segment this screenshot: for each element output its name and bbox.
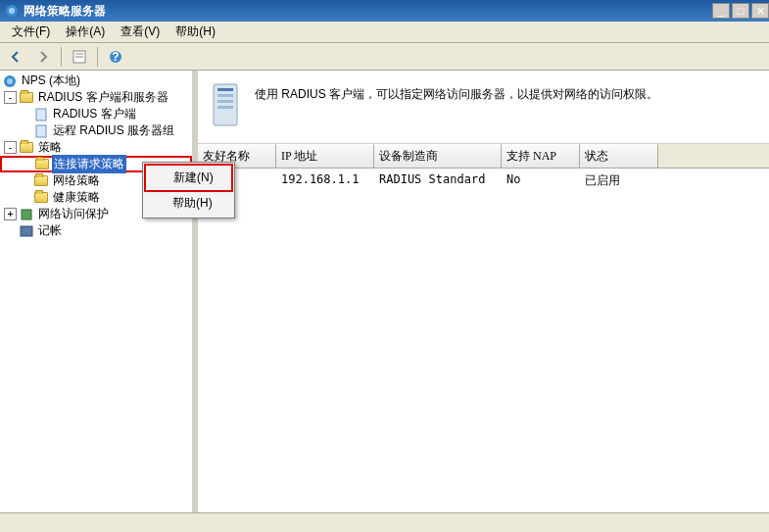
nap-icon <box>19 208 34 221</box>
tree-radius-clients-servers[interactable]: - RADIUS 客户端和服务器 <box>0 89 192 106</box>
context-new[interactable]: 新建(N) <box>146 166 231 190</box>
back-button[interactable] <box>4 46 27 68</box>
description-header: 使用 RADIUS 客户端，可以指定网络访问服务器，以提供对网络的访问权限。 <box>198 71 769 144</box>
menu-help[interactable]: 帮助(H) <box>168 22 223 42</box>
tree-root[interactable]: NPS (本地) <box>0 73 192 89</box>
toolbar: ? <box>0 43 769 71</box>
menu-bar: 文件(F) 操作(A) 查看(V) 帮助(H) <box>0 22 769 43</box>
cell-nap: No <box>502 170 580 191</box>
properties-button[interactable] <box>68 46 91 68</box>
server-large-icon <box>208 82 245 127</box>
svg-rect-15 <box>217 94 233 97</box>
svg-rect-16 <box>217 100 233 103</box>
server-icon <box>33 124 49 138</box>
window-controls: _ □ ✕ <box>710 3 769 19</box>
separator-icon <box>61 47 62 67</box>
status-bar <box>0 512 769 532</box>
cell-status: 已启用 <box>580 170 658 191</box>
svg-rect-12 <box>21 226 32 236</box>
tree-remote-radius-groups[interactable]: 远程 RADIUS 服务器组 <box>0 122 192 139</box>
svg-rect-11 <box>22 210 31 219</box>
svg-rect-9 <box>36 109 46 121</box>
tree-label: 远程 RADIUS 服务器组 <box>51 121 176 140</box>
description-text: 使用 RADIUS 客户端，可以指定网络访问服务器，以提供对网络的访问权限。 <box>255 82 658 103</box>
menu-action[interactable]: 操作(A) <box>58 22 113 42</box>
tree-radius-clients[interactable]: RADIUS 客户端 <box>0 106 192 122</box>
svg-rect-10 <box>36 125 46 137</box>
nps-icon <box>2 74 18 88</box>
folder-icon <box>33 191 49 205</box>
app-icon <box>4 3 20 19</box>
col-status[interactable]: 状态 <box>580 144 658 168</box>
help-button[interactable]: ? <box>104 46 127 68</box>
tree-panel[interactable]: NPS (本地) - RADIUS 客户端和服务器 RADIUS 客户端 远程 … <box>0 71 194 532</box>
tree-accounting[interactable]: 记帐 <box>0 222 192 239</box>
collapse-icon[interactable]: - <box>4 141 17 154</box>
cell-ip: 192.168.1.1 <box>276 170 374 191</box>
col-manufacturer[interactable]: 设备制造商 <box>374 144 502 168</box>
collapse-icon[interactable]: - <box>4 91 17 104</box>
list-header: 友好名称 IP 地址 设备制造商 支持 NAP 状态 <box>198 144 769 169</box>
svg-rect-14 <box>217 88 233 91</box>
details-panel: 使用 RADIUS 客户端，可以指定网络访问服务器，以提供对网络的访问权限。 友… <box>198 71 769 532</box>
server-icon <box>33 108 49 121</box>
cell-manufacturer: RADIUS Standard <box>374 170 502 191</box>
minimize-button[interactable]: _ <box>712 3 730 19</box>
expand-icon[interactable]: + <box>4 208 17 220</box>
tree-policies[interactable]: - 策略 <box>0 139 192 156</box>
close-button[interactable]: ✕ <box>751 3 769 19</box>
window-title: 网络策略服务器 <box>24 3 710 20</box>
folder-icon <box>33 174 49 188</box>
list-row[interactable]: vpn 192.168.1.1 RADIUS Standard No 已启用 <box>198 169 769 193</box>
maximize-button[interactable]: □ <box>732 3 749 19</box>
svg-rect-17 <box>217 106 233 109</box>
content-area: NPS (本地) - RADIUS 客户端和服务器 RADIUS 客户端 远程 … <box>0 71 769 532</box>
menu-view[interactable]: 查看(V) <box>113 22 168 42</box>
menu-file[interactable]: 文件(F) <box>4 22 58 42</box>
tree-label: 记帐 <box>36 221 64 240</box>
svg-text:?: ? <box>112 50 119 64</box>
folder-icon <box>19 91 34 105</box>
title-bar: 网络策略服务器 _ □ ✕ <box>0 0 769 22</box>
forward-button[interactable] <box>31 46 55 68</box>
separator-icon <box>97 47 98 67</box>
folder-icon <box>19 141 34 155</box>
accounting-icon <box>19 224 34 238</box>
context-help[interactable]: 帮助(H) <box>145 191 232 216</box>
col-nap[interactable]: 支持 NAP <box>502 144 580 168</box>
svg-point-1 <box>9 8 15 14</box>
context-menu: 新建(N) 帮助(H) <box>142 162 235 218</box>
col-ip[interactable]: IP 地址 <box>276 144 374 168</box>
folder-icon <box>34 158 50 171</box>
svg-point-8 <box>7 78 13 84</box>
